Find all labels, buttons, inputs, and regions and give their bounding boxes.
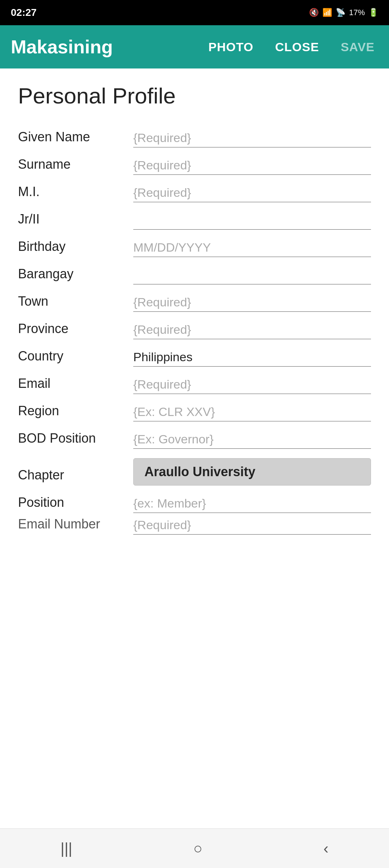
input-barangay[interactable] (133, 268, 371, 282)
battery-icon: 17% (349, 8, 365, 17)
form-row-chapter: Chapter Araullo University (18, 452, 371, 488)
home-button[interactable]: ○ (179, 836, 217, 861)
input-email[interactable] (133, 377, 371, 391)
form-row-barangay: Barangay (18, 260, 371, 287)
label-mi: M.I. (18, 184, 133, 202)
app-title: Makasining (11, 36, 205, 58)
input-wrapper-birthday (133, 240, 371, 257)
chapter-wrapper: Araullo University (133, 458, 371, 486)
input-partial[interactable] (133, 518, 371, 532)
label-surname: Surname (18, 157, 133, 175)
form-row-partial: Email Number (18, 516, 371, 537)
input-birthday[interactable] (133, 240, 371, 254)
input-given-name[interactable] (133, 131, 371, 145)
close-button[interactable]: CLOSE (272, 36, 323, 58)
label-country: Country (18, 349, 133, 367)
back-icon: ‹ (323, 840, 328, 857)
input-wrapper-province (133, 323, 371, 339)
label-given-name: Given Name (18, 129, 133, 147)
form-row-surname: Surname (18, 150, 371, 178)
input-mi[interactable] (133, 186, 371, 200)
input-country[interactable] (133, 350, 371, 364)
nav-bar: Makasining PHOTO CLOSE SAVE (0, 25, 389, 68)
status-icons: 🔇 📶 📡 17% 🔋 (309, 8, 378, 17)
form-row-mi: M.I. (18, 178, 371, 205)
form-container: Given Name Surname M.I. Jr/II (18, 123, 371, 537)
recent-apps-icon: ||| (61, 840, 72, 857)
label-birthday: Birthday (18, 239, 133, 257)
chapter-button[interactable]: Araullo University (133, 458, 371, 486)
label-barangay: Barangay (18, 266, 133, 284)
status-bar: 02:27 🔇 📶 📡 17% 🔋 (0, 0, 389, 25)
bottom-nav: ||| ○ ‹ (0, 828, 389, 868)
form-row-region: Region (18, 397, 371, 424)
label-chapter: Chapter (18, 468, 133, 486)
label-bod-position: BOD Position (18, 431, 133, 449)
charging-icon: 🔋 (368, 8, 378, 17)
form-row-given-name: Given Name (18, 123, 371, 150)
input-wrapper-jrii (133, 213, 371, 230)
save-button[interactable]: SAVE (337, 36, 378, 58)
form-row-birthday: Birthday (18, 232, 371, 260)
nav-actions: PHOTO CLOSE SAVE (205, 36, 378, 58)
input-province[interactable] (133, 323, 371, 337)
input-wrapper-partial (133, 518, 371, 535)
status-time: 02:27 (11, 7, 37, 18)
form-row-jrii: Jr/II (18, 205, 371, 232)
label-position: Position (18, 495, 133, 513)
page-title: Personal Profile (18, 83, 371, 108)
input-wrapper-town (133, 295, 371, 312)
input-wrapper-country (133, 350, 371, 367)
back-button[interactable]: ‹ (309, 836, 343, 861)
home-icon: ○ (193, 840, 202, 857)
mute-icon: 🔇 (309, 8, 319, 17)
photo-button[interactable]: PHOTO (205, 36, 257, 58)
label-region: Region (18, 403, 133, 421)
signal-icon: 📡 (336, 8, 345, 17)
input-wrapper-bod-position (133, 432, 371, 449)
input-surname[interactable] (133, 158, 371, 172)
form-row-email: Email (18, 369, 371, 397)
input-jrii[interactable] (133, 213, 371, 227)
label-email: Email (18, 376, 133, 394)
form-row-town: Town (18, 287, 371, 315)
form-row-position: Position (18, 488, 371, 516)
label-partial: Email Number (18, 517, 133, 535)
wifi-icon: 📶 (322, 8, 332, 17)
input-wrapper-region (133, 405, 371, 421)
input-wrapper-email (133, 377, 371, 394)
recent-apps-button[interactable]: ||| (46, 836, 87, 861)
input-town[interactable] (133, 295, 371, 309)
input-wrapper-given-name (133, 131, 371, 147)
form-row-country: Country (18, 342, 371, 369)
input-bod-position[interactable] (133, 432, 371, 446)
input-wrapper-position (133, 496, 371, 513)
form-row-province: Province (18, 315, 371, 342)
label-jrii: Jr/II (18, 212, 133, 230)
input-wrapper-surname (133, 158, 371, 175)
label-town: Town (18, 294, 133, 312)
input-wrapper-mi (133, 186, 371, 202)
label-province: Province (18, 321, 133, 339)
form-row-bod-position: BOD Position (18, 424, 371, 452)
input-region[interactable] (133, 405, 371, 419)
input-wrapper-barangay (133, 268, 371, 284)
input-position[interactable] (133, 496, 371, 510)
main-content: Personal Profile Given Name Surname M.I.… (0, 68, 389, 595)
